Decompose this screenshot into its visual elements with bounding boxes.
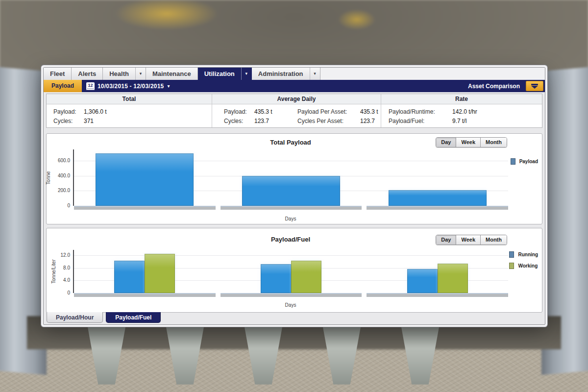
field-label: Payload/Runtime: [389,107,452,117]
chart-legend: Running Working [509,251,538,269]
asset-comparison-expand-button[interactable] [526,81,543,91]
payload-bar [96,153,194,206]
working-swatch-icon [509,263,514,269]
app-window: Fleet Alerts Health ▾ Maintenance Utiliz… [43,67,545,325]
x-axis-label: Days [73,302,508,308]
summary-header-total: Total [47,94,212,104]
payload-subtab[interactable]: Payload [44,80,82,92]
summary-panel: Total Average Daily Rate Payload: 1,306.… [46,94,542,128]
field-label: Cycles: [53,117,84,126]
y-tick-label: 200.0 [49,188,70,193]
period-month-button[interactable]: Month [481,235,507,245]
total-payload-field: Payload: 1,306.0 t [53,107,212,117]
total-payload-plot: Tonne 0200.0400.0600.0 [73,149,508,206]
field-label: Payload/Fuel: [389,117,452,126]
payload-bar [389,190,487,206]
field-value: 435.3 t [360,107,378,117]
average-daily-right-column: Payload Per Asset: 435.3 t Cycles Per As… [297,107,378,127]
running-bar [407,269,438,293]
period-selector: Day Week Month [436,137,507,147]
x-axis-label: Days [73,216,508,221]
tab-payload-fuel[interactable]: Payload/Fuel [106,312,161,323]
summary-average-daily-cell: Payload: 435.3 t Cycles: 123.7 Payload P… [212,104,381,127]
legend-item-running: Running [509,251,538,258]
working-bar [145,254,175,293]
summary-header-row: Total Average Daily Rate [47,94,542,104]
tab-alerts[interactable]: Alerts [72,68,103,80]
payload-fuel-chart-panel: Payload/Fuel Day Week Month Running Work… [46,228,542,313]
working-bar [291,261,321,293]
field-label: Payload Per Asset: [297,107,360,117]
field-label: Payload: [224,107,254,117]
summary-total-cell: Payload: 1,306.0 t Cycles: 371 [47,104,212,127]
y-tick-label: 0 [49,203,70,208]
chart-legend: Payload [511,158,538,165]
main-nav: Fleet Alerts Health ▾ Maintenance Utiliz… [44,68,545,80]
tab-utilization-dropdown-icon[interactable]: ▾ [241,68,252,80]
x-axis-band [74,293,216,297]
y-tick-label: 12.0 [49,252,70,258]
payload-bar [242,176,340,206]
double-chevron-icon [531,84,538,85]
total-payload-chart-panel: Total Payload Day Week Month Payload Ton… [46,133,542,224]
tab-administration[interactable]: Administration [252,68,310,80]
field-value: 1,306.0 t [84,107,107,117]
tab-health[interactable]: Health [103,68,135,80]
legend-label: Payload [519,159,538,164]
x-axis-band [220,206,362,210]
x-axis-band [74,206,216,210]
period-day-button[interactable]: Day [436,138,456,147]
tab-administration-dropdown-icon[interactable]: ▾ [310,68,320,80]
payload-swatch-icon [511,158,515,165]
field-value: 123.7 [254,117,269,126]
y-tick-label: 4.0 [49,277,70,283]
avg-cycles-field: Cycles: 123.7 [224,117,297,126]
bottom-tab-bar: Payload/Hour Payload/Fuel [47,312,161,323]
tab-payload-hour[interactable]: Payload/Hour [47,312,103,323]
avg-payload-field: Payload: 435.3 t [224,107,297,117]
working-bar [438,264,468,293]
field-value: 435.3 t [254,107,272,117]
running-bar [114,261,145,293]
average-daily-left-column: Payload: 435.3 t Cycles: 123.7 [224,107,297,127]
field-value: 371 [84,117,94,126]
legend-item-payload: Payload [511,158,538,165]
x-axis-band [220,293,362,297]
period-selector: Day Week Month [436,235,507,245]
tab-fleet[interactable]: Fleet [44,68,72,80]
x-axis-band [367,206,508,210]
field-value: 142.0 t/hr [452,107,477,117]
y-tick-label: 0 [49,290,70,295]
tab-utilization[interactable]: Utilization [198,68,241,80]
date-range-value[interactable]: 10/03/2015 - 12/03/2015 [98,83,164,90]
field-value: 9.7 t/l [452,117,466,126]
y-tick-label: 600.0 [49,158,70,163]
field-value: 123.7 [360,117,375,126]
payload-fuel-plot: Tonne/Liter 04.08.012.0 [73,250,508,293]
total-cycles-field: Cycles: 371 [53,117,212,126]
calendar-day-number: 12 [88,83,93,88]
payload-per-asset-field: Payload Per Asset: 435.3 t [297,107,378,117]
legend-label: Running [518,252,538,257]
y-tick-label: 8.0 [49,265,70,270]
period-month-button[interactable]: Month [481,138,507,147]
running-swatch-icon [509,251,514,258]
gridline [74,255,508,256]
x-axis-band [367,293,508,297]
period-day-button[interactable]: Day [436,235,456,245]
cycles-per-asset-field: Cycles Per Asset: 123.7 [297,117,378,126]
summary-body-row: Payload: 1,306.0 t Cycles: 371 Payload: … [47,104,542,127]
payload-runtime-field: Payload/Runtime: 142.0 t/hr [389,107,542,117]
summary-header-rate: Rate [381,94,542,104]
calendar-dots [87,88,94,90]
tab-health-dropdown-icon[interactable]: ▾ [135,68,146,80]
date-range-dropdown-icon[interactable]: ▾ [167,83,170,89]
asset-comparison-label: Asset Comparison [468,83,520,90]
summary-header-average-daily: Average Daily [212,94,381,104]
tab-maintenance[interactable]: Maintenance [146,68,198,80]
period-week-button[interactable]: Week [456,138,481,147]
period-week-button[interactable]: Week [456,235,481,245]
payload-fuel-field: Payload/Fuel: 9.7 t/l [389,117,542,126]
legend-item-working: Working [509,263,538,269]
calendar-icon[interactable]: 12 [86,82,95,90]
